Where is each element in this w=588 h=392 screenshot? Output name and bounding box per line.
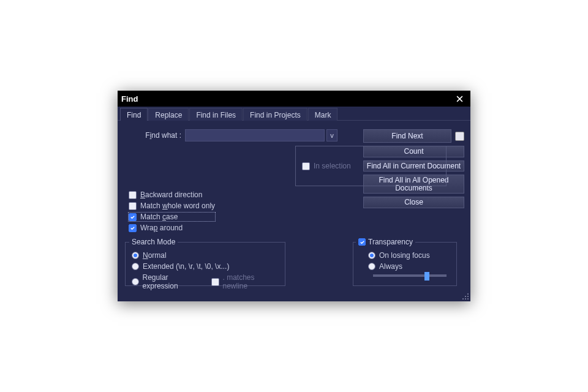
titlebar: Find	[118, 91, 470, 107]
find-history-dropdown[interactable]: v	[326, 129, 337, 141]
tab-mark[interactable]: Mark	[308, 108, 338, 121]
transparency-group: Transparency On losing focus Always	[353, 242, 457, 286]
svg-point-4	[465, 298, 466, 300]
tab-find-in-projects[interactable]: Find in Projects	[243, 108, 307, 121]
dialog-title: Find	[121, 94, 452, 104]
svg-point-0	[467, 293, 469, 295]
tab-find[interactable]: Find	[120, 108, 148, 121]
search-mode-regex[interactable]: Regular expression . matches newline	[132, 273, 279, 290]
close-icon[interactable]	[452, 92, 467, 105]
slider-thumb[interactable]	[424, 272, 429, 281]
svg-point-1	[467, 296, 469, 297]
svg-point-2	[465, 296, 466, 297]
direction-toggle[interactable]	[455, 132, 464, 141]
in-selection-checkbox[interactable]	[302, 162, 310, 170]
close-button[interactable]: Close	[363, 197, 464, 208]
tab-find-in-files[interactable]: Find in Files	[189, 108, 243, 121]
transparency-always[interactable]: Always	[368, 262, 450, 271]
search-mode-legend: Search Mode	[129, 238, 178, 246]
match-case-checkbox[interactable]: Match case	[129, 213, 215, 221]
find-next-button[interactable]: Find Next	[363, 129, 451, 143]
svg-point-3	[467, 298, 469, 300]
find-what-input[interactable]	[185, 129, 325, 141]
match-whole-word-checkbox[interactable]: Match whole word only	[129, 202, 215, 210]
search-mode-extended[interactable]: Extended (\n, \r, \t, \0, \x...)	[132, 262, 279, 271]
matches-newline-checkbox[interactable]	[211, 278, 219, 286]
transparency-on-losing-focus[interactable]: On losing focus	[368, 251, 450, 260]
resize-grip-icon[interactable]	[462, 293, 469, 300]
search-mode-normal[interactable]: Normal	[132, 251, 279, 260]
backward-direction-checkbox[interactable]: Backward direction	[129, 190, 215, 199]
transparency-checkbox[interactable]	[358, 238, 366, 246]
in-selection-group: In selection	[295, 146, 447, 186]
svg-point-5	[462, 298, 464, 300]
find-what-label: Find what :	[124, 131, 185, 140]
tabstrip: Find Replace Find in Files Find in Proje…	[118, 108, 470, 121]
wrap-around-checkbox[interactable]: Wrap around	[129, 224, 215, 232]
find-dialog: Find Find Replace Find in Files Find in …	[118, 91, 470, 301]
in-selection-label: In selection	[314, 162, 351, 170]
transparency-legend[interactable]: Transparency	[356, 238, 415, 246]
transparency-slider[interactable]	[373, 274, 447, 277]
tab-replace[interactable]: Replace	[148, 108, 189, 121]
search-mode-group: Search Mode Normal Extended (\n, \r, \t,…	[125, 242, 285, 286]
